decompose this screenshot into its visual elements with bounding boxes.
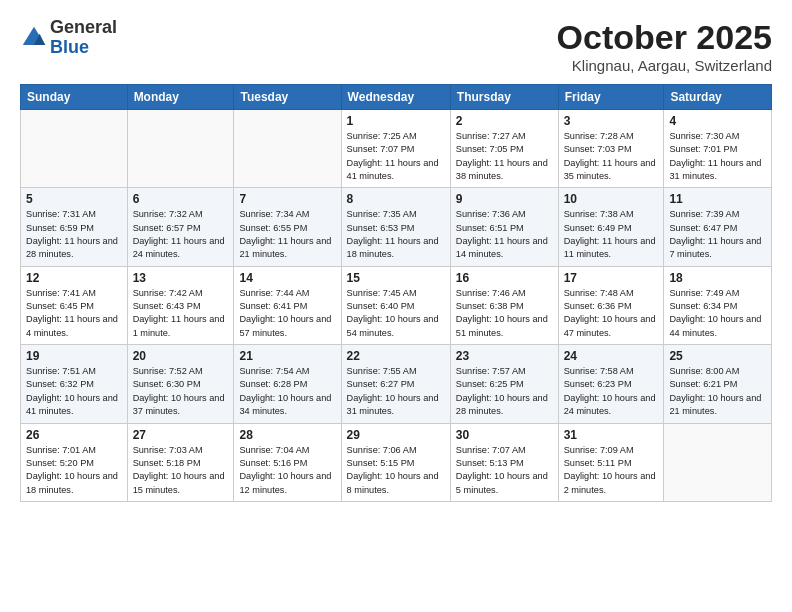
table-row: 6Sunrise: 7:32 AMSunset: 6:57 PMDaylight…: [127, 188, 234, 266]
table-row: 16Sunrise: 7:46 AMSunset: 6:38 PMDayligh…: [450, 266, 558, 344]
table-row: 19Sunrise: 7:51 AMSunset: 6:32 PMDayligh…: [21, 345, 128, 423]
day-number: 17: [564, 271, 659, 285]
col-sunday: Sunday: [21, 85, 128, 110]
table-row: 22Sunrise: 7:55 AMSunset: 6:27 PMDayligh…: [341, 345, 450, 423]
table-row: [127, 110, 234, 188]
col-wednesday: Wednesday: [341, 85, 450, 110]
calendar-week-row: 12Sunrise: 7:41 AMSunset: 6:45 PMDayligh…: [21, 266, 772, 344]
day-info: Sunrise: 7:45 AMSunset: 6:40 PMDaylight:…: [347, 287, 445, 340]
day-number: 18: [669, 271, 766, 285]
table-row: 25Sunrise: 8:00 AMSunset: 6:21 PMDayligh…: [664, 345, 772, 423]
table-row: 1Sunrise: 7:25 AMSunset: 7:07 PMDaylight…: [341, 110, 450, 188]
table-row: 7Sunrise: 7:34 AMSunset: 6:55 PMDaylight…: [234, 188, 341, 266]
day-info: Sunrise: 7:01 AMSunset: 5:20 PMDaylight:…: [26, 444, 122, 497]
table-row: 13Sunrise: 7:42 AMSunset: 6:43 PMDayligh…: [127, 266, 234, 344]
day-number: 15: [347, 271, 445, 285]
table-row: 31Sunrise: 7:09 AMSunset: 5:11 PMDayligh…: [558, 423, 664, 501]
day-info: Sunrise: 7:46 AMSunset: 6:38 PMDaylight:…: [456, 287, 553, 340]
logo: General Blue: [20, 18, 117, 58]
calendar-table: Sunday Monday Tuesday Wednesday Thursday…: [20, 84, 772, 502]
calendar-week-row: 26Sunrise: 7:01 AMSunset: 5:20 PMDayligh…: [21, 423, 772, 501]
table-row: 29Sunrise: 7:06 AMSunset: 5:15 PMDayligh…: [341, 423, 450, 501]
day-info: Sunrise: 7:32 AMSunset: 6:57 PMDaylight:…: [133, 208, 229, 261]
day-number: 27: [133, 428, 229, 442]
calendar-week-row: 1Sunrise: 7:25 AMSunset: 7:07 PMDaylight…: [21, 110, 772, 188]
table-row: 28Sunrise: 7:04 AMSunset: 5:16 PMDayligh…: [234, 423, 341, 501]
day-info: Sunrise: 8:00 AMSunset: 6:21 PMDaylight:…: [669, 365, 766, 418]
month-title: October 2025: [557, 18, 772, 57]
day-info: Sunrise: 7:49 AMSunset: 6:34 PMDaylight:…: [669, 287, 766, 340]
day-info: Sunrise: 7:55 AMSunset: 6:27 PMDaylight:…: [347, 365, 445, 418]
col-monday: Monday: [127, 85, 234, 110]
col-thursday: Thursday: [450, 85, 558, 110]
day-number: 19: [26, 349, 122, 363]
day-info: Sunrise: 7:52 AMSunset: 6:30 PMDaylight:…: [133, 365, 229, 418]
day-number: 20: [133, 349, 229, 363]
col-saturday: Saturday: [664, 85, 772, 110]
day-info: Sunrise: 7:34 AMSunset: 6:55 PMDaylight:…: [239, 208, 335, 261]
day-number: 12: [26, 271, 122, 285]
table-row: [234, 110, 341, 188]
calendar-header-row: Sunday Monday Tuesday Wednesday Thursday…: [21, 85, 772, 110]
table-row: [664, 423, 772, 501]
col-tuesday: Tuesday: [234, 85, 341, 110]
logo-icon: [20, 24, 48, 52]
table-row: 12Sunrise: 7:41 AMSunset: 6:45 PMDayligh…: [21, 266, 128, 344]
day-info: Sunrise: 7:09 AMSunset: 5:11 PMDaylight:…: [564, 444, 659, 497]
day-number: 11: [669, 192, 766, 206]
day-number: 26: [26, 428, 122, 442]
day-number: 29: [347, 428, 445, 442]
table-row: [21, 110, 128, 188]
day-info: Sunrise: 7:04 AMSunset: 5:16 PMDaylight:…: [239, 444, 335, 497]
day-number: 23: [456, 349, 553, 363]
day-number: 2: [456, 114, 553, 128]
day-number: 8: [347, 192, 445, 206]
table-row: 18Sunrise: 7:49 AMSunset: 6:34 PMDayligh…: [664, 266, 772, 344]
day-number: 13: [133, 271, 229, 285]
table-row: 27Sunrise: 7:03 AMSunset: 5:18 PMDayligh…: [127, 423, 234, 501]
location: Klingnau, Aargau, Switzerland: [557, 57, 772, 74]
day-number: 6: [133, 192, 229, 206]
day-number: 21: [239, 349, 335, 363]
table-row: 11Sunrise: 7:39 AMSunset: 6:47 PMDayligh…: [664, 188, 772, 266]
page: General Blue October 2025 Klingnau, Aarg…: [0, 0, 792, 612]
day-info: Sunrise: 7:25 AMSunset: 7:07 PMDaylight:…: [347, 130, 445, 183]
table-row: 30Sunrise: 7:07 AMSunset: 5:13 PMDayligh…: [450, 423, 558, 501]
col-friday: Friday: [558, 85, 664, 110]
day-info: Sunrise: 7:06 AMSunset: 5:15 PMDaylight:…: [347, 444, 445, 497]
day-info: Sunrise: 7:07 AMSunset: 5:13 PMDaylight:…: [456, 444, 553, 497]
day-number: 1: [347, 114, 445, 128]
day-info: Sunrise: 7:58 AMSunset: 6:23 PMDaylight:…: [564, 365, 659, 418]
table-row: 17Sunrise: 7:48 AMSunset: 6:36 PMDayligh…: [558, 266, 664, 344]
table-row: 15Sunrise: 7:45 AMSunset: 6:40 PMDayligh…: [341, 266, 450, 344]
table-row: 14Sunrise: 7:44 AMSunset: 6:41 PMDayligh…: [234, 266, 341, 344]
table-row: 8Sunrise: 7:35 AMSunset: 6:53 PMDaylight…: [341, 188, 450, 266]
table-row: 9Sunrise: 7:36 AMSunset: 6:51 PMDaylight…: [450, 188, 558, 266]
day-number: 16: [456, 271, 553, 285]
table-row: 21Sunrise: 7:54 AMSunset: 6:28 PMDayligh…: [234, 345, 341, 423]
logo-blue: Blue: [50, 37, 89, 57]
day-number: 5: [26, 192, 122, 206]
day-number: 31: [564, 428, 659, 442]
day-info: Sunrise: 7:42 AMSunset: 6:43 PMDaylight:…: [133, 287, 229, 340]
table-row: 23Sunrise: 7:57 AMSunset: 6:25 PMDayligh…: [450, 345, 558, 423]
day-number: 9: [456, 192, 553, 206]
day-info: Sunrise: 7:03 AMSunset: 5:18 PMDaylight:…: [133, 444, 229, 497]
day-info: Sunrise: 7:44 AMSunset: 6:41 PMDaylight:…: [239, 287, 335, 340]
day-info: Sunrise: 7:57 AMSunset: 6:25 PMDaylight:…: [456, 365, 553, 418]
day-info: Sunrise: 7:28 AMSunset: 7:03 PMDaylight:…: [564, 130, 659, 183]
day-info: Sunrise: 7:35 AMSunset: 6:53 PMDaylight:…: [347, 208, 445, 261]
logo-general: General: [50, 17, 117, 37]
day-number: 3: [564, 114, 659, 128]
calendar-week-row: 5Sunrise: 7:31 AMSunset: 6:59 PMDaylight…: [21, 188, 772, 266]
day-info: Sunrise: 7:48 AMSunset: 6:36 PMDaylight:…: [564, 287, 659, 340]
day-info: Sunrise: 7:27 AMSunset: 7:05 PMDaylight:…: [456, 130, 553, 183]
day-info: Sunrise: 7:30 AMSunset: 7:01 PMDaylight:…: [669, 130, 766, 183]
day-info: Sunrise: 7:31 AMSunset: 6:59 PMDaylight:…: [26, 208, 122, 261]
day-number: 7: [239, 192, 335, 206]
table-row: 10Sunrise: 7:38 AMSunset: 6:49 PMDayligh…: [558, 188, 664, 266]
table-row: 20Sunrise: 7:52 AMSunset: 6:30 PMDayligh…: [127, 345, 234, 423]
day-number: 10: [564, 192, 659, 206]
day-info: Sunrise: 7:41 AMSunset: 6:45 PMDaylight:…: [26, 287, 122, 340]
title-block: October 2025 Klingnau, Aargau, Switzerla…: [557, 18, 772, 74]
